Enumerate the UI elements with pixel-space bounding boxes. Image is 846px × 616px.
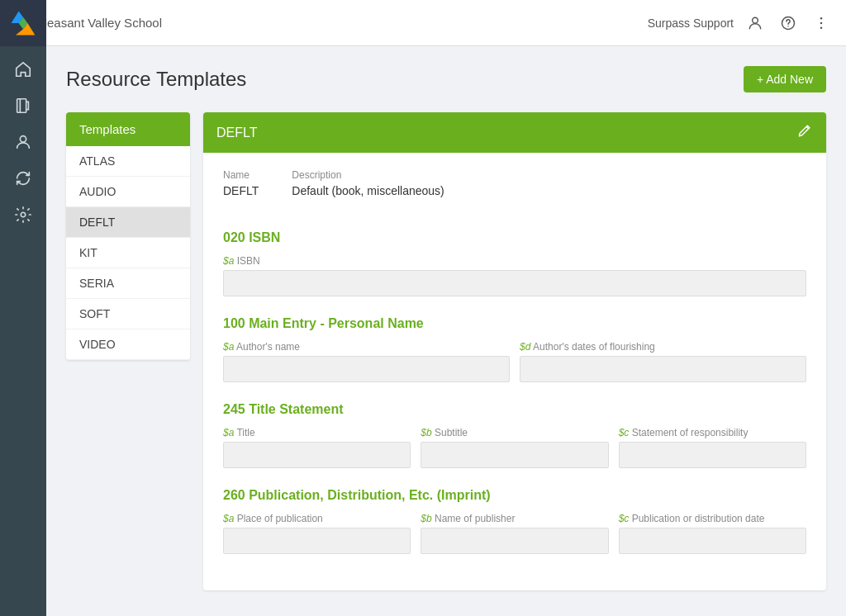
section-title-statement-title: 245 Title Statement	[223, 402, 806, 417]
side-nav	[0, 46, 46, 616]
book-icon	[14, 97, 32, 115]
meta-description-label: Description	[292, 169, 444, 181]
edit-icon[interactable]	[796, 122, 813, 143]
svg-point-6	[820, 17, 823, 19]
title-input[interactable]	[223, 442, 411, 468]
author-dates-input[interactable]	[520, 356, 806, 382]
subtitle-label: $b Subtitle	[421, 427, 608, 438]
publisher-col: $b Name of publisher	[421, 513, 608, 554]
section-isbn: 020 ISBN $a ISBN	[223, 230, 806, 296]
person-icon	[747, 15, 763, 31]
meta-description: Description Default (book, miscellaneous…	[292, 169, 444, 197]
settings-nav[interactable]	[7, 198, 40, 231]
add-new-button[interactable]: + Add New	[744, 66, 826, 92]
home-icon	[14, 60, 32, 78]
author-dates-label: $d Author's dates of flourishing	[520, 341, 806, 353]
statement-col: $c Statement of responsibility	[619, 427, 806, 468]
support-label: Surpass Support	[648, 17, 734, 30]
statement-label: $c Statement of responsibility	[619, 427, 806, 438]
publisher-label: $b Name of publisher	[421, 513, 608, 524]
sync-nav[interactable]	[7, 162, 40, 195]
detail-panel: DEFLT Name DEFLT Description	[203, 112, 826, 590]
pub-date-input[interactable]	[619, 528, 806, 554]
user-nav[interactable]	[7, 126, 40, 159]
sidebar-item-video[interactable]: VIDEO	[66, 329, 190, 360]
svg-point-8	[820, 26, 823, 29]
pub-date-label: $c Publication or distribution date	[619, 513, 806, 524]
detail-body: Name DEFLT Description Default (book, mi…	[203, 153, 826, 590]
meta-name: Name DEFLT	[223, 169, 259, 197]
svg-point-5	[787, 26, 788, 26]
main-content: Resource Templates + Add New Templates A…	[46, 46, 846, 616]
section-publication-title: 260 Publication, Distribution, Etc. (Imp…	[223, 488, 806, 503]
detail-header: DEFLT	[203, 112, 826, 153]
detail-template-name: DEFLT	[216, 126, 257, 140]
catalog-nav[interactable]	[7, 89, 40, 122]
meta-name-value: DEFLT	[223, 184, 259, 197]
place-input[interactable]	[223, 528, 411, 554]
section-title-statement: 245 Title Statement $a Title $b Subtitle…	[223, 402, 806, 468]
section-publication: 260 Publication, Distribution, Etc. (Imp…	[223, 488, 806, 554]
sidebar-item-deflt[interactable]: DEFLT	[66, 207, 190, 238]
title-col: $a Title	[223, 427, 411, 468]
templates-sidebar: Templates ATLAS AUDIO DEFLT KIT SERIA SO…	[66, 112, 190, 360]
title-field-row: $a Title $b Subtitle $c Statement of res…	[223, 427, 806, 468]
meta-section: Name DEFLT Description Default (book, mi…	[223, 169, 806, 211]
subtitle-input[interactable]	[421, 442, 608, 468]
logo-area	[0, 0, 46, 46]
author-name-col: $a Author's name	[223, 341, 510, 382]
page-title: Resource Templates	[66, 68, 246, 91]
section-main-entry: 100 Main Entry - Personal Name $a Author…	[223, 316, 806, 382]
author-dates-col: $d Author's dates of flourishing	[520, 341, 806, 382]
pencil-icon	[796, 122, 813, 139]
home-nav[interactable]	[7, 53, 40, 86]
isbn-input[interactable]	[223, 270, 806, 296]
user-icon	[14, 133, 32, 151]
sidebar-item-seria[interactable]: SERIA	[66, 268, 190, 299]
title-label: $a Title	[223, 427, 411, 438]
place-col: $a Place of publication	[223, 513, 411, 554]
place-label: $a Place of publication	[223, 513, 411, 524]
author-name-label: $a Author's name	[223, 341, 510, 353]
isbn-field-col: $a ISBN	[223, 255, 806, 296]
person-icon-btn[interactable]	[744, 12, 767, 35]
author-name-input[interactable]	[223, 356, 510, 382]
app-logo	[8, 8, 38, 38]
svg-rect-9	[17, 99, 26, 113]
publisher-input[interactable]	[421, 528, 608, 554]
more-icon-btn[interactable]	[810, 12, 833, 35]
sidebar-item-kit[interactable]: KIT	[66, 238, 190, 268]
isbn-label: $a ISBN	[223, 255, 806, 267]
publication-field-row: $a Place of publication $b Name of publi…	[223, 513, 806, 554]
svg-point-7	[820, 21, 823, 24]
sync-icon	[14, 169, 32, 187]
help-icon-btn[interactable]	[777, 12, 800, 35]
section-isbn-title: 020 ISBN	[223, 230, 806, 245]
meta-name-label: Name	[223, 169, 259, 181]
statement-input[interactable]	[619, 442, 806, 468]
svg-point-11	[21, 212, 26, 217]
sidebar-header: Templates	[66, 112, 190, 146]
page-header: Resource Templates + Add New	[66, 66, 826, 92]
help-icon	[780, 15, 796, 31]
top-nav: ≡ Pleasant Valley School Surpass Support	[0, 0, 846, 46]
school-name: Pleasant Valley School	[36, 16, 162, 30]
svg-point-3	[753, 17, 758, 23]
sidebar-item-atlas[interactable]: ATLAS	[66, 146, 190, 177]
nav-right: Surpass Support	[648, 12, 833, 35]
svg-point-10	[20, 136, 26, 142]
subtitle-col: $b Subtitle	[421, 427, 608, 468]
pub-date-col: $c Publication or distribution date	[619, 513, 806, 554]
content-layout: Templates ATLAS AUDIO DEFLT KIT SERIA SO…	[66, 112, 826, 590]
section-main-entry-title: 100 Main Entry - Personal Name	[223, 316, 806, 331]
sidebar-item-audio[interactable]: AUDIO	[66, 177, 190, 207]
sidebar-item-soft[interactable]: SOFT	[66, 299, 190, 329]
more-vertical-icon	[813, 15, 829, 31]
gear-icon	[14, 206, 32, 224]
main-entry-field-row: $a Author's name $d Author's dates of fl…	[223, 341, 806, 382]
meta-description-value: Default (book, miscellaneous)	[292, 184, 444, 197]
isbn-field-row: $a ISBN	[223, 255, 806, 296]
